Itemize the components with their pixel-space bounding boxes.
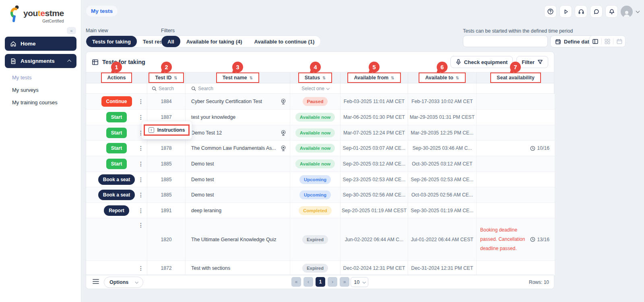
filter-button[interactable]: Filter [516,56,548,68]
play-icon [563,8,569,15]
annotation-badge-4: 4 [310,62,321,72]
document-icon [10,58,17,64]
start-button[interactable]: Start [106,112,127,122]
sort-icon: ⇅ [322,76,326,80]
table-view-icon[interactable] [592,38,599,45]
calendar-view-icon[interactable] [616,38,623,45]
kebab-menu-icon[interactable]: ⋮ [136,265,146,271]
menu-item-instructions[interactable]: ! Instructions [144,124,190,136]
sidebar: youtestme GetCertified « Home Assignment… [0,0,81,302]
column-header-test-id[interactable]: Test ID⇅ [149,72,184,83]
sidebar-collapse-button[interactable]: « [67,27,76,34]
seat-availability-cell [477,110,555,125]
available-from-cell: Sep-23-2025 02:53 AM CE... [341,172,408,187]
headphones-icon [578,8,584,15]
test-name-cell: deep leraning [186,203,290,218]
filter-all[interactable]: All [161,36,180,47]
tutorial-button[interactable] [559,5,572,18]
table-row: Continue⋮ 1884 Cyber Security Certificat… [86,94,554,110]
options-dropdown[interactable]: Options [104,277,143,288]
book-a-seat-button[interactable]: Book a seat [98,190,135,200]
continue-button[interactable]: Continue [101,96,132,107]
test-name-search-input[interactable] [198,86,258,91]
last-page-button[interactable]: » [340,277,349,287]
notifications-button[interactable] [605,5,618,18]
table-row: Book a seat⋮ 1885 Demo test Upcoming Sep… [86,187,554,203]
kebab-menu-icon[interactable]: ⋮ [136,99,146,104]
instructions-icon: ! [149,127,154,133]
grid-view-icon[interactable] [604,38,611,45]
test-name-cell: Demo Test 12 [186,125,290,141]
chevron-down-icon [326,87,329,90]
tab-tests-for-taking[interactable]: Tests for taking [86,36,137,47]
divider [613,38,613,44]
available-to-cell: Feb-17-2033 10:02 AM CET [408,94,477,110]
column-header-available-from[interactable]: Available from⇅ [347,72,400,83]
clock-icon [530,237,535,242]
book-a-seat-button[interactable]: Book a seat [98,174,135,185]
previous-page-button[interactable]: ‹ [303,277,313,287]
test-id-cell: 1820 [147,218,186,261]
divider [601,38,602,44]
column-header-test-name[interactable]: Test name⇅ [216,72,259,83]
available-from-cell: Mar-06-2025 01:30 PM CET [341,110,408,125]
support-button[interactable] [575,5,587,18]
avatar[interactable] [621,6,633,18]
status-badge: Available now [295,113,335,122]
test-name-cell: The Ultimate General Knowledge Quiz [186,218,290,261]
help-button[interactable] [544,5,557,18]
sidebar-item-my-training-courses[interactable]: My training courses [12,99,58,105]
start-button[interactable]: Start [106,159,127,169]
sort-icon: ⇅ [174,76,177,80]
status-badge: Expired [302,264,328,273]
page-1-button[interactable]: 1 [316,277,325,287]
column-header-available-to[interactable]: Available to⇅ [419,72,465,83]
column-header-seat-availability[interactable]: Seat availability [490,72,541,83]
status-select[interactable]: Select one [290,83,341,93]
first-page-button[interactable]: « [291,277,301,287]
sidebar-item-my-tests[interactable]: My tests [12,74,31,81]
start-button[interactable]: Start [106,128,127,138]
available-to-cell: Sep-30-2025 01:19 AM CE... [408,203,477,218]
seat-availability-cell: Booking deadline passed. Cancellation de… [477,218,555,261]
date-filter-hint: Tests can be started within the defined … [463,28,596,34]
annotation-badge-7: 7 [510,62,521,72]
status-badge: Available now [295,159,335,168]
report-button[interactable]: Report [104,205,129,216]
kebab-menu-icon[interactable]: ⋮ [136,192,146,198]
page-size-select[interactable]: 10 [351,277,368,287]
date-range-input[interactable] [463,35,548,47]
column-header-actions[interactable]: Actions [101,72,132,83]
start-button[interactable]: Start [106,143,127,153]
test-id-search-input[interactable] [159,86,181,91]
column-header-status[interactable]: Status⇅ [298,72,332,83]
table-row: Report⋮ 1891 deep leraning Completed Sep… [86,203,554,218]
kebab-menu-icon[interactable]: ⋮ [136,208,146,213]
annotation-badge-3: 3 [232,62,243,72]
test-name-cell: Test with sections [186,261,290,275]
kebab-menu-icon[interactable]: ⋮ [136,145,146,151]
kebab-menu-icon[interactable]: ⋮ [136,161,146,167]
test-name-cell: Demo test [186,172,290,187]
seat-availability-cell [477,261,555,275]
check-equipment-button[interactable]: Check equipment [450,56,513,68]
sidebar-item-home[interactable]: Home [5,37,76,51]
next-page-button[interactable]: › [328,277,337,287]
main-area: My tests Main view Test [81,0,644,302]
logo-mark-icon [9,5,21,24]
menu-icon[interactable] [93,279,99,284]
kebab-menu-icon[interactable]: ⋮ [136,114,146,120]
seat-availability-cell [477,203,555,218]
breadcrumb[interactable]: My tests [86,6,118,17]
status-badge: Upcoming [299,190,331,199]
kebab-menu-icon[interactable]: ⋮ [136,222,146,228]
kebab-menu-icon[interactable]: ⋮ [136,177,146,182]
filter-available-to-continue[interactable]: Available to continue (1) [248,36,321,47]
bell-icon [609,8,615,15]
sidebar-item-assignments[interactable]: Assignments [5,54,76,68]
sidebar-item-my-surveys[interactable]: My surveys [12,87,39,93]
chevron-down-icon[interactable] [636,9,640,13]
filter-available-for-taking[interactable]: Available for taking (4) [180,36,248,47]
chat-button[interactable] [590,5,603,18]
table-row: ⋮ 1872 Test with sections Expired Dec-02… [86,261,554,275]
